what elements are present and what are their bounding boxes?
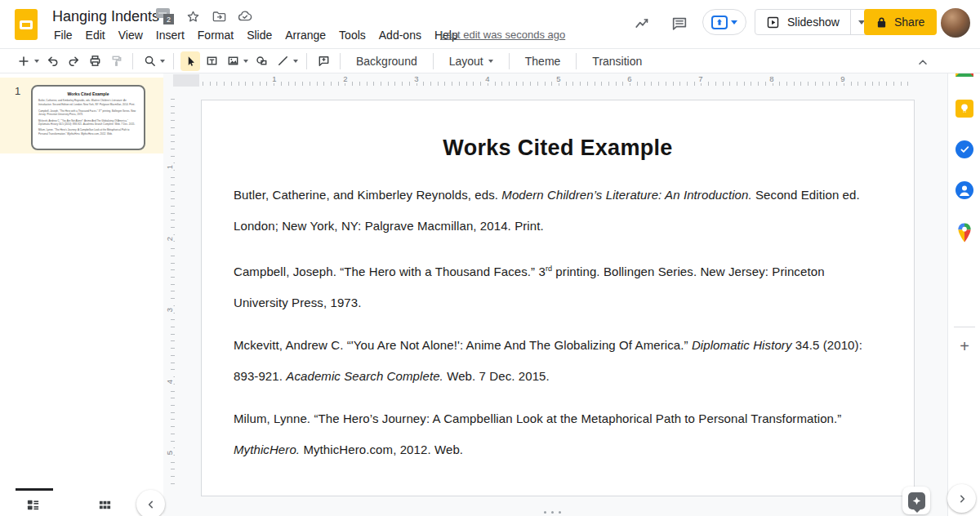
menu-slide[interactable]: Slide: [240, 27, 278, 43]
slides-logo-glyph: [20, 20, 33, 29]
notes-resize-handle[interactable]: [544, 511, 561, 514]
paint-format-button[interactable]: [106, 51, 126, 71]
new-slide-dropdown-icon[interactable]: [34, 60, 39, 63]
document-title-row: Hanging Indents 2: [52, 6, 254, 27]
vruler-number: 3: [165, 305, 174, 316]
present-to-meeting-button[interactable]: [702, 9, 746, 35]
thumbnail-title: Works Cited Example: [38, 91, 138, 96]
slideshow-button[interactable]: Slideshow: [755, 10, 850, 34]
star-icon[interactable]: [184, 7, 202, 25]
insert-shape-button[interactable]: [252, 51, 271, 71]
explore-icon: [908, 492, 925, 509]
menu-tools[interactable]: Tools: [332, 27, 372, 43]
account-avatar[interactable]: [941, 8, 970, 38]
vruler-number: 4: [165, 376, 174, 387]
layout-label: Layout: [449, 55, 483, 68]
slide-number: 1: [15, 85, 20, 97]
vruler-number: 5: [165, 447, 174, 459]
new-slide-button[interactable]: [14, 51, 33, 71]
hruler-number: 5: [554, 74, 563, 83]
activity-icon[interactable]: [631, 12, 654, 35]
hruler-number: 3: [412, 74, 421, 83]
expand-side-panel-button[interactable]: [947, 484, 976, 513]
slideshow-label: Slideshow: [787, 16, 840, 29]
menu-insert[interactable]: Insert: [149, 27, 191, 43]
hruler-number: 1: [270, 74, 278, 83]
top-bar: Hanging Indents 2 FileEditViewInsertForm…: [0, 0, 980, 49]
citation: Butler, Catherine, and Kimberley Reynold…: [234, 180, 880, 242]
maps-icon[interactable]: [955, 221, 974, 244]
contacts-icon[interactable]: [955, 180, 974, 200]
explore-button[interactable]: [902, 487, 930, 514]
slide-thumbnail[interactable]: Works Cited Example Butler, Catherine, a…: [31, 85, 145, 150]
collaborator-count: 2: [163, 14, 174, 24]
slide-title[interactable]: Works Cited Example: [202, 131, 914, 164]
citations[interactable]: Butler, Catherine, and Kimberley Reynold…: [234, 180, 880, 477]
transition-button[interactable]: Transition: [582, 52, 652, 70]
slides-logo[interactable]: [15, 9, 38, 40]
slideshow-button-group: Slideshow: [755, 9, 873, 35]
theme-button[interactable]: Theme: [515, 52, 571, 70]
hruler-number: 2: [341, 74, 350, 83]
horizontal-ruler: 123456789: [163, 73, 943, 87]
menu-arrange[interactable]: Arrange: [278, 27, 332, 43]
layout-button[interactable]: Layout: [439, 52, 503, 70]
hruler-number: 6: [625, 74, 634, 83]
google-slides-window: Hanging Indents 2 FileEditViewInsertForm…: [0, 0, 980, 516]
menu-view[interactable]: View: [112, 27, 149, 43]
cloud-saved-icon[interactable]: [236, 7, 254, 25]
text-box-button[interactable]: [202, 51, 221, 71]
tasks-icon[interactable]: [955, 140, 974, 159]
hruler-number: 4: [483, 74, 492, 83]
filmstrip-panel: 1 Works Cited Example Butler, Catherine,…: [0, 73, 163, 490]
present-dropdown-icon[interactable]: [731, 20, 737, 24]
collapse-filmstrip-button[interactable]: [136, 490, 165, 516]
layout-dropdown-icon: [488, 60, 493, 63]
slide-page[interactable]: Works Cited Example Butler, Catherine, a…: [201, 100, 915, 496]
present-to-meeting-icon: [711, 16, 728, 29]
insert-image-button[interactable]: [223, 51, 243, 71]
menu-format[interactable]: Format: [191, 27, 240, 43]
ruler-corner: [173, 74, 199, 87]
menu-bar: FileEditViewInsertFormatSlideArrangeTool…: [47, 26, 465, 44]
insert-line-button[interactable]: [273, 51, 292, 71]
menu-edit[interactable]: Edit: [79, 27, 112, 43]
menu-addons[interactable]: Add-ons: [372, 27, 428, 43]
print-button[interactable]: [85, 51, 105, 71]
collaborator-cursor-badge: 2: [156, 7, 177, 25]
vruler-number: 2: [165, 233, 174, 244]
citation: Mckevitt, Andrew C. “'You Are Not Alone!…: [234, 330, 880, 392]
slide-thumbnail-row-selected[interactable]: 1 Works Cited Example Butler, Catherine,…: [0, 78, 163, 153]
slideshow-icon: [766, 16, 780, 29]
document-title[interactable]: Hanging Indents: [52, 8, 159, 25]
filmstrip-view-button[interactable]: [23, 496, 42, 514]
lock-icon: [876, 16, 887, 29]
hruler-number: 7: [696, 74, 705, 83]
insert-comment-button[interactable]: [314, 51, 333, 71]
zoom-dropdown-icon[interactable]: [160, 60, 165, 63]
share-label: Share: [894, 16, 924, 29]
share-button[interactable]: Share: [864, 9, 937, 35]
grid-view-button[interactable]: [95, 496, 114, 514]
add-addon-button[interactable]: +: [955, 336, 974, 356]
citation: Butler, Catherine, and Kimberley Reynold…: [38, 99, 138, 106]
line-dropdown-icon[interactable]: [293, 60, 298, 63]
move-folder-icon[interactable]: [210, 7, 228, 25]
zoom-button[interactable]: [140, 51, 159, 71]
toolbar: Background Layout Theme Transition: [0, 49, 980, 73]
side-panel: 31 +: [947, 49, 980, 516]
comments-icon[interactable]: [668, 12, 691, 35]
editing-canvas: 123456789 12345 Works Cited Example Butl…: [163, 73, 947, 516]
keep-icon[interactable]: [955, 99, 974, 118]
background-button[interactable]: Background: [346, 52, 427, 70]
thumbnail-content: Butler, Catherine, and Kimberley Reynold…: [38, 99, 138, 136]
collapse-toolbar-icon[interactable]: [913, 52, 933, 72]
redo-button[interactable]: [64, 51, 83, 71]
menu-file[interactable]: File: [47, 27, 79, 43]
last-edit-link[interactable]: Last edit was seconds ago: [440, 29, 565, 41]
select-tool-button[interactable]: [180, 51, 200, 71]
vruler-number: 1: [165, 162, 174, 173]
undo-button[interactable]: [42, 51, 62, 71]
active-view-indicator: [16, 488, 53, 491]
image-dropdown-icon[interactable]: [243, 60, 248, 63]
